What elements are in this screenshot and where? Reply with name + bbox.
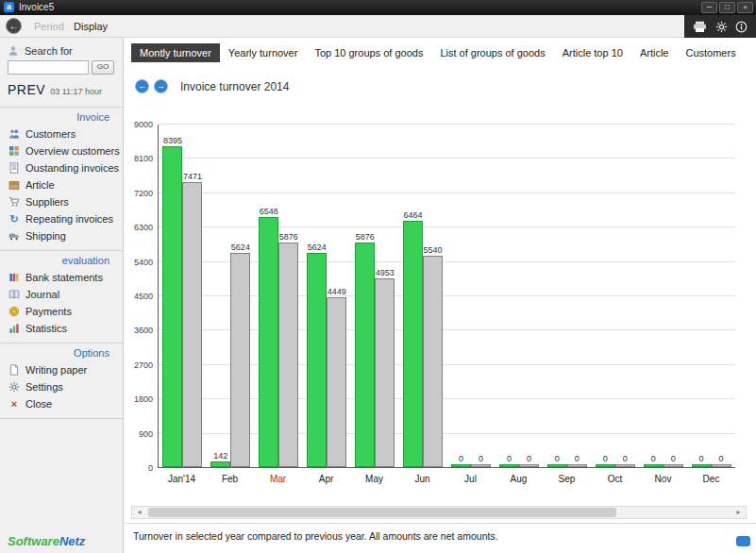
tab-top10-groups-of-goods[interactable]: Top 10 groups of goods [306,43,431,62]
bar-previous-year [182,182,202,467]
search-input[interactable] [8,60,89,75]
menu-item-period[interactable]: Period [34,21,64,32]
sidebar-item-suppliers[interactable]: Suppliers [0,193,123,210]
bar-previous-year [230,253,250,467]
bar-value-label: 0 [575,454,580,463]
bar-current-year [162,146,182,467]
y-tick-label: 4500 [134,292,153,301]
gear-icon[interactable] [715,21,728,33]
outstanding-invoices-icon [8,162,20,174]
tab-bar: Montly turnover Yearly turnover Top 10 g… [131,43,745,62]
bar-value-label: 8395 [163,136,182,145]
x-tick-label: Mar [254,474,302,484]
close-button[interactable]: × [737,2,753,13]
search-go-button[interactable]: GO [92,60,114,75]
bar-group: 00 [447,125,496,467]
search-label: Search for [25,45,73,57]
bar-group: 1425624 [207,125,255,467]
sidebar-item-repeating-invoices[interactable]: ↻ Repeating invoices [0,210,123,227]
sidebar-item-customers[interactable]: Customers [0,126,123,142]
back-button[interactable]: ← [6,18,22,34]
app-icon: a [4,2,14,12]
sidebar-item-shipping[interactable]: Shipping [0,227,123,244]
tab-monthly-turnover[interactable]: Montly turnover [131,43,220,62]
bar-current-year [499,464,519,467]
sidebar-item-outstanding-invoices[interactable]: Oustanding invoices [0,159,123,176]
bar-previous-year [471,464,491,467]
horizontal-scrollbar[interactable]: ◄ ► [131,506,747,519]
bar-value-label: 7471 [183,172,202,181]
bar-value-label: 5624 [308,243,327,252]
overview-customers-icon [8,145,20,157]
repeating-invoices-icon: ↻ [8,213,20,225]
menu-bar: ← Period Display [0,15,756,38]
scroll-left-icon[interactable]: ◄ [132,507,146,518]
x-tick-label: Nov [639,474,687,484]
section-header-options: Options [0,343,123,361]
sidebar-item-article[interactable]: Article [0,176,123,193]
bar-previous-year [664,464,683,467]
x-tick-label: Jul [446,474,495,484]
bar-value-label: 5876 [356,232,375,242]
print-icon[interactable] [693,21,707,33]
maximize-button[interactable]: □ [719,2,735,13]
next-year-button[interactable]: → [154,79,168,93]
bar-current-year [403,221,423,467]
bar-value-label: 142 [213,451,227,461]
scrollbar-thumb[interactable] [148,508,616,517]
bar-current-year [210,461,230,467]
bar-value-label: 6548 [260,207,278,216]
tab-article-top10[interactable]: Article top 10 [554,43,631,62]
sidebar-item-label: Oustanding invoices [25,162,119,174]
tab-customers[interactable]: Customers [677,43,744,62]
bar-group: 00 [639,125,687,467]
scroll-right-icon[interactable]: ► [731,507,746,518]
sidebar-item-overview-customers[interactable]: Overview customers [0,142,123,159]
sidebar-item-label: Shipping [25,230,66,242]
y-tick-label: 1800 [134,394,153,404]
bar-value-label: 5876 [279,232,298,242]
prev-year-button[interactable]: ← [135,79,149,93]
bar-value-label: 0 [603,454,608,463]
menu-item-display[interactable]: Display [74,21,108,32]
bar-previous-year [278,243,298,467]
payments-icon [8,306,20,317]
minimize-button[interactable]: ─ [701,2,717,13]
bar-value-label: 0 [699,454,704,463]
sidebar-item-label: Journal [25,289,59,300]
x-tick-label: Sep [543,474,591,484]
tab-list-of-groups-of-goods[interactable]: List of groups of goods [431,43,553,62]
bar-value-label: 0 [479,454,483,463]
chart-plot: 8395747114256246548587656244449587649536… [158,125,735,468]
sidebar-item-bank-statements[interactable]: Bank statements [0,269,123,286]
sidebar-item-statistics[interactable]: Statistics [0,320,123,337]
y-tick-label: 6300 [134,223,153,232]
close-icon: × [8,398,20,410]
chart-header: Invoice turnover 2014 [180,80,289,93]
tab-article[interactable]: Article [631,43,678,62]
footer-text: Turnover in selected year compared to pr… [133,530,498,542]
sidebar-item-settings[interactable]: Settings [0,378,123,395]
title-bar: a Invoice5 ─ □ × [0,0,756,15]
scrollbar-track[interactable] [146,507,731,518]
x-tick-label: Feb [206,474,254,484]
bar-value-label: 0 [459,454,463,463]
bar-current-year [692,464,712,467]
bar-group: 00 [543,125,591,467]
sidebar-item-label: Suppliers [25,196,69,208]
info-icon[interactable] [735,21,748,33]
tab-yearly-turnover[interactable]: Yearly turnover [220,43,307,62]
sidebar-item-writing-paper[interactable]: Writing paper [0,361,123,378]
sidebar-item-close[interactable]: × Close [0,395,123,412]
x-tick-label: May [350,474,398,484]
bar-value-label: 5624 [231,243,250,252]
bar-current-year [355,243,375,467]
sidebar-item-payments[interactable]: Payments [0,303,123,320]
x-tick-label: Oct [591,474,639,484]
softwarenetz-logo: SoftwareNetz [8,534,85,548]
section-header-invoice: Invoice [0,107,123,126]
sidebar-item-journal[interactable]: Journal [0,286,123,303]
bar-previous-year [567,464,587,467]
bar-group: 00 [495,125,543,467]
bar-value-label: 4449 [328,287,346,296]
